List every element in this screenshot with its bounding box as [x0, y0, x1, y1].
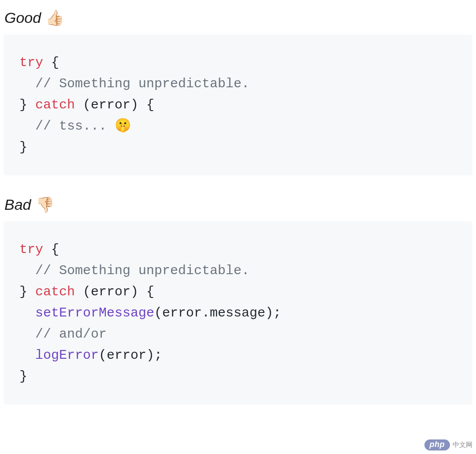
code-function: logError	[35, 348, 99, 363]
code-indent	[19, 263, 35, 278]
code-indent	[19, 327, 35, 342]
code-text: (error.message);	[154, 305, 281, 320]
code-text: (error) {	[75, 97, 154, 112]
code-comment: // tss... 🤫	[35, 119, 131, 134]
thumbs-up-icon: 👍🏻	[45, 9, 64, 26]
thumbs-down-icon: 👎🏻	[36, 196, 54, 213]
code-text: (error) {	[75, 284, 154, 299]
code-indent	[19, 305, 35, 320]
code-text: {	[43, 242, 59, 257]
code-keyword: try	[19, 55, 43, 70]
code-indent	[19, 348, 35, 363]
code-comment: // Something unpredictable.	[35, 263, 249, 278]
good-section-label: Good 👍🏻	[4, 9, 472, 26]
code-text: }	[19, 140, 27, 155]
good-code-block: try { // Something unpredictable. } catc…	[4, 34, 472, 175]
code-indent	[19, 119, 35, 134]
code-text: }	[19, 369, 27, 384]
bad-section-label: Bad 👎🏻	[4, 196, 472, 213]
code-text: (error);	[99, 348, 162, 363]
code-comment: // Something unpredictable.	[35, 76, 249, 91]
good-text: Good	[4, 9, 41, 26]
code-indent	[19, 76, 35, 91]
code-keyword: catch	[35, 97, 75, 112]
bad-text: Bad	[4, 196, 31, 213]
code-text: }	[19, 284, 35, 299]
code-text: }	[19, 97, 35, 112]
code-comment: // and/or	[35, 327, 107, 342]
code-text: {	[43, 55, 59, 70]
code-function: setErrorMessage	[35, 305, 154, 320]
code-keyword: try	[19, 242, 43, 257]
code-keyword: catch	[35, 284, 75, 299]
bad-code-block: try { // Something unpredictable. } catc…	[4, 221, 472, 405]
